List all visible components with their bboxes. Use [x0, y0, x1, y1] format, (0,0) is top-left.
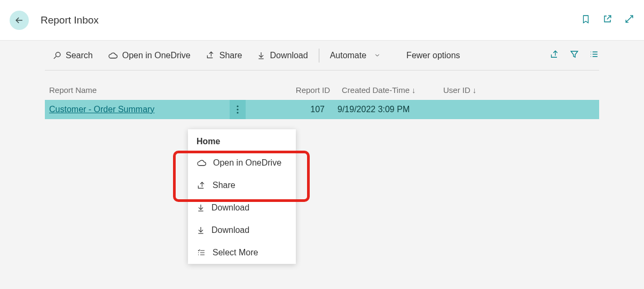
action-bar: Search Open in OneDrive Share Download A…: [45, 41, 599, 71]
bookmark-icon[interactable]: [581, 14, 591, 27]
expand-icon[interactable]: [624, 14, 634, 26]
report-name-link[interactable]: Customer - Order Summary: [45, 105, 230, 114]
col-user-id-label: User ID: [443, 85, 470, 95]
open-onedrive-label: Open in OneDrive: [122, 51, 191, 60]
svg-point-2: [237, 108, 238, 110]
context-menu-header: Home: [188, 129, 296, 152]
ctx-share-label: Share: [213, 181, 235, 190]
download-label: Download: [270, 51, 308, 60]
more-vertical-icon: [237, 105, 239, 114]
divider: [319, 49, 319, 63]
created-date-cell: 9/19/2022 3:09 PM: [326, 105, 427, 114]
svg-point-3: [237, 112, 238, 113]
ctx-download-2[interactable]: Download: [188, 219, 296, 241]
page-title: Report Inbox: [41, 14, 99, 26]
popout-icon[interactable]: [602, 14, 612, 26]
automate-button[interactable]: Automate: [323, 41, 388, 70]
filter-icon[interactable]: [569, 49, 579, 61]
context-menu: Home Open in OneDrive Share Download Dow…: [188, 129, 296, 264]
fewer-options-button[interactable]: Fewer options: [399, 41, 468, 70]
share-icon: [206, 51, 215, 60]
list-icon[interactable]: [589, 50, 599, 61]
ctx-open-onedrive[interactable]: Open in OneDrive: [188, 152, 296, 174]
top-actions: [581, 14, 634, 27]
report-table: Report Name Report ID Created Date-Time …: [45, 85, 599, 119]
download-button[interactable]: Download: [249, 41, 315, 70]
share-label: Share: [219, 51, 242, 60]
download-icon: [197, 225, 205, 235]
fewer-options-label: Fewer options: [406, 51, 460, 60]
share-icon: [197, 181, 206, 190]
ctx-select-more[interactable]: Select More: [188, 241, 296, 264]
table-header: Report Name Report ID Created Date-Time …: [45, 85, 599, 100]
ctx-download-2-label: Download: [211, 225, 249, 235]
col-created-date-label: Created Date-Time: [342, 85, 410, 95]
report-id-cell: 107: [278, 105, 326, 114]
row-more-button[interactable]: [230, 100, 246, 119]
select-more-icon: [197, 248, 206, 257]
content-area: Search Open in OneDrive Share Download A…: [0, 41, 644, 119]
search-icon: [52, 51, 61, 60]
col-report-name[interactable]: Report Name: [49, 85, 282, 95]
cloud-icon: [197, 159, 207, 167]
cloud-icon: [108, 52, 118, 59]
download-icon: [197, 203, 205, 213]
ctx-download-1[interactable]: Download: [188, 197, 296, 219]
col-user-id[interactable]: User ID ↓: [431, 85, 496, 95]
share-button[interactable]: Share: [198, 41, 250, 70]
table-row[interactable]: Customer - Order Summary 107 9/19/2022 3…: [45, 100, 599, 119]
arrow-left-icon: [14, 15, 25, 26]
chevron-down-icon: [374, 52, 381, 59]
ctx-download-1-label: Download: [211, 203, 249, 213]
svg-point-0: [56, 52, 60, 57]
col-created-date[interactable]: Created Date-Time ↓: [330, 85, 431, 95]
sort-down-icon: ↓: [412, 85, 416, 95]
search-button[interactable]: Search: [45, 41, 100, 70]
ctx-select-more-label: Select More: [213, 248, 258, 257]
topbar: Report Inbox: [0, 0, 644, 41]
svg-point-1: [237, 105, 238, 107]
back-button[interactable]: [10, 11, 29, 30]
col-report-id[interactable]: Report ID: [282, 85, 330, 95]
automate-label: Automate: [330, 51, 366, 60]
open-onedrive-button[interactable]: Open in OneDrive: [100, 41, 198, 70]
sort-down-icon: ↓: [473, 85, 477, 95]
search-label: Search: [66, 51, 93, 60]
ctx-share[interactable]: Share: [188, 174, 296, 197]
ctx-open-onedrive-label: Open in OneDrive: [213, 158, 281, 168]
download-icon: [257, 51, 265, 60]
share-page-icon[interactable]: [549, 50, 560, 61]
